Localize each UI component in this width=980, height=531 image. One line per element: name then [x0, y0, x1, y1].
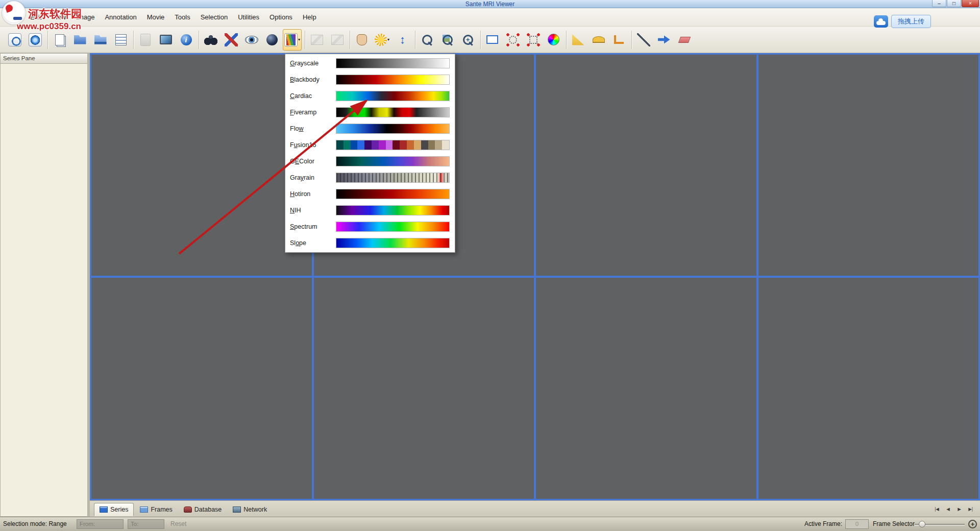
palette-swatch	[336, 222, 450, 232]
viewer-cell-0[interactable]	[91, 55, 312, 276]
menu-file[interactable]: File	[4, 11, 25, 23]
palette-option-grayrain[interactable]: Grayrain	[285, 170, 455, 186]
palette-option-gecolor[interactable]: GEColor	[285, 153, 455, 170]
to-field: To:	[128, 519, 164, 529]
menu-tools[interactable]: Tools	[169, 11, 195, 23]
fit-window-button	[328, 29, 347, 51]
tab-series[interactable]: Series	[94, 503, 134, 516]
palette-option-label: Fusion16	[290, 141, 332, 149]
menu-annotation[interactable]: Annotation	[100, 11, 141, 23]
tabs: SeriesFramesDatabaseNetwork	[94, 503, 272, 516]
viewer-cell-4[interactable]	[91, 278, 312, 499]
toolbar-separator	[133, 31, 134, 49]
eraser-button[interactable]	[675, 29, 694, 51]
info-button[interactable]: i	[177, 29, 195, 51]
paste-button	[136, 29, 155, 51]
zoom-plus-button[interactable]: +	[968, 520, 977, 528]
filmstrip-icon	[100, 506, 108, 513]
from-field: From:	[77, 519, 124, 529]
palette-option-grayscale[interactable]: Grayscale	[285, 55, 455, 71]
menu-view[interactable]: View	[46, 11, 71, 23]
roi-rect-button[interactable]	[524, 29, 543, 51]
palette-option-blackbody[interactable]: Blackbody	[285, 71, 455, 88]
viewer-cell-2[interactable]	[536, 55, 756, 276]
zoom-region-button[interactable]	[438, 29, 457, 51]
mag-plus-icon: +	[461, 33, 475, 46]
frame-selector-knob[interactable]	[919, 521, 925, 527]
cloud-upload-icon	[874, 15, 888, 28]
palette-option-flow[interactable]: Flow	[285, 120, 455, 137]
menu-selection[interactable]: Selection	[195, 11, 233, 23]
folders-button[interactable]	[91, 29, 110, 51]
palette-option-hotiron[interactable]: Hotiron	[285, 186, 455, 202]
media-nav: |◀◀▶▶|	[933, 505, 975, 513]
tab-network[interactable]: Network	[228, 503, 272, 516]
menu-utilities[interactable]: Utilities	[233, 11, 264, 23]
display-settings-button[interactable]	[156, 29, 175, 51]
tab-label: Series	[110, 506, 128, 513]
viewer-cell-7[interactable]	[758, 278, 979, 499]
palette-swatch	[336, 107, 450, 117]
view-button[interactable]	[242, 29, 261, 51]
viewer-cell-5[interactable]	[314, 278, 534, 499]
menu-movie[interactable]: Movie	[142, 11, 170, 23]
menu-edit[interactable]: Edit	[25, 11, 46, 23]
color-wheel-button[interactable]	[544, 29, 563, 51]
maximize-button[interactable]: □	[947, 0, 961, 7]
protractor-button[interactable]	[589, 29, 608, 51]
magnifier-button[interactable]: +	[458, 29, 477, 51]
menu-help[interactable]: Help	[298, 11, 322, 23]
palette-option-slope[interactable]: Slope	[285, 235, 455, 251]
pan-button[interactable]	[352, 29, 371, 51]
status-bar: Selection mode: Range From: To: Reset Ac…	[0, 517, 980, 531]
color-palette-button[interactable]: ▾	[283, 29, 302, 51]
search-button[interactable]	[201, 29, 220, 51]
updown-icon: ↕	[396, 33, 409, 46]
menu-options[interactable]: Options	[264, 11, 298, 23]
open-web-button[interactable]	[26, 29, 44, 51]
minimize-button[interactable]: –	[932, 0, 946, 7]
ruler-button[interactable]	[569, 29, 587, 51]
palette-option-nih[interactable]: NIH	[285, 202, 455, 219]
list-icon	[115, 34, 127, 45]
media-nav-button-0[interactable]: |◀	[933, 505, 941, 513]
menu-image[interactable]: Image	[71, 11, 100, 23]
palette-option-label: Spectrum	[290, 223, 332, 230]
palette-option-label: Flow	[290, 125, 332, 132]
media-nav-button-1[interactable]: ◀	[944, 505, 952, 513]
angle-button[interactable]	[609, 29, 628, 51]
rect-select-button[interactable]	[483, 29, 502, 51]
drag-upload-button[interactable]: 拖拽上传	[891, 15, 931, 28]
tab-database[interactable]: Database	[179, 503, 227, 516]
toolbar-separator	[199, 31, 200, 49]
arrow-icon	[658, 35, 670, 45]
palette-option-cardiac[interactable]: Cardiac	[285, 88, 455, 104]
network-icon	[233, 506, 241, 513]
brightness-button[interactable]: ▾	[373, 29, 391, 51]
open-image-button[interactable]	[5, 29, 24, 51]
copy-button[interactable]	[50, 29, 69, 51]
viewer-cell-6[interactable]	[536, 278, 756, 499]
draw-arrow-button[interactable]	[654, 29, 673, 51]
tools-button[interactable]	[222, 29, 240, 51]
media-nav-button-3[interactable]: ▶|	[966, 505, 975, 513]
close-button[interactable]: ×	[962, 0, 979, 7]
roi-ellipse-button[interactable]	[503, 29, 522, 51]
render-3d-button[interactable]	[262, 29, 281, 51]
palette-option-fusion16[interactable]: Fusion16	[285, 137, 455, 153]
palette-option-fiveramp[interactable]: Fiveramp	[285, 104, 455, 120]
flip-vertical-button[interactable]: ↕	[393, 29, 412, 51]
zoom-button[interactable]	[418, 29, 436, 51]
thumbnail-list-button[interactable]	[111, 29, 130, 51]
frames-icon	[140, 506, 148, 513]
eraser-icon	[678, 37, 690, 43]
palette-option-spectrum[interactable]: Spectrum	[285, 219, 455, 235]
tab-frames[interactable]: Frames	[135, 503, 177, 516]
open-folder-button[interactable]	[70, 29, 89, 51]
palette-icon	[284, 33, 298, 46]
draw-line-button[interactable]	[634, 29, 653, 51]
viewer-cell-3[interactable]	[758, 55, 979, 276]
media-nav-button-2[interactable]: ▶	[955, 505, 964, 513]
monitor-icon	[160, 35, 172, 44]
info-icon: i	[181, 34, 192, 45]
